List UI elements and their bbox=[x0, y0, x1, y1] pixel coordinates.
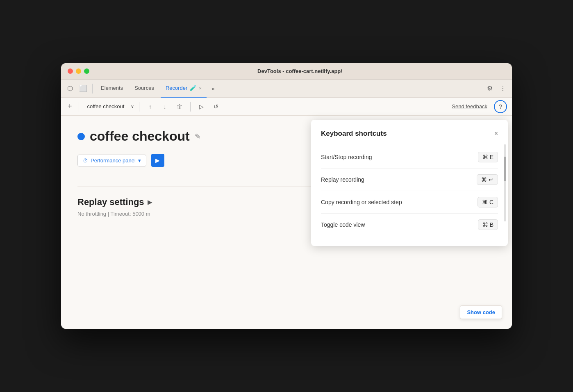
popup-scrollbar-thumb bbox=[504, 157, 506, 181]
tab-sources[interactable]: Sources bbox=[130, 80, 159, 98]
add-recording-button[interactable]: + bbox=[66, 102, 74, 111]
shortcut-row-1: Start/Stop recording ⌘ E bbox=[321, 146, 498, 169]
shortcut-label-2: Replay recording bbox=[321, 176, 364, 183]
shortcut-key-4: ⌘ B bbox=[478, 219, 498, 230]
more-tabs-button[interactable]: » bbox=[208, 84, 218, 93]
undo-button[interactable]: ↺ bbox=[210, 101, 222, 112]
blue-replay-icon: ▶ bbox=[155, 157, 160, 164]
shortcut-key-3: ⌘ C bbox=[478, 197, 498, 207]
settings-button[interactable]: ⚙ bbox=[484, 83, 496, 94]
recording-dropdown-button[interactable]: ∨ bbox=[131, 104, 134, 109]
recorder-icon: 🧪 bbox=[190, 85, 196, 91]
shortcut-row-3: Copy recording or selected step ⌘ C bbox=[321, 191, 498, 214]
more-options-button[interactable]: ⋮ bbox=[497, 83, 509, 94]
traffic-lights bbox=[68, 68, 89, 74]
import-button[interactable]: ↓ bbox=[159, 101, 171, 112]
perf-panel-dropdown-icon: ▾ bbox=[138, 157, 141, 164]
popup-title: Keyboard shortcuts bbox=[321, 130, 387, 138]
close-traffic-light[interactable] bbox=[68, 68, 73, 74]
tab-recorder[interactable]: Recorder 🧪 × bbox=[161, 80, 207, 98]
sub-toolbar-divider2 bbox=[139, 102, 139, 112]
main-content: coffee checkout ✎ ⏱ Performance panel ▾ … bbox=[61, 116, 512, 329]
edit-title-icon[interactable]: ✎ bbox=[195, 132, 201, 141]
perf-panel-icon: ⏱ bbox=[83, 157, 88, 164]
recording-title: coffee checkout bbox=[90, 129, 190, 144]
recording-name-label: coffee checkout bbox=[84, 103, 128, 110]
maximize-traffic-light[interactable] bbox=[84, 68, 89, 74]
export-button[interactable]: ↑ bbox=[144, 101, 156, 112]
device-icon[interactable]: ⬜ bbox=[77, 83, 89, 94]
tab-elements[interactable]: Elements bbox=[96, 80, 128, 98]
window-title: DevTools - coffee-cart.netlify.app/ bbox=[94, 68, 505, 74]
browser-window: DevTools - coffee-cart.netlify.app/ ⬡ ⬜ … bbox=[61, 63, 512, 329]
shortcut-row-4: Toggle code view ⌘ B bbox=[321, 214, 498, 236]
toolbar-divider bbox=[92, 84, 93, 93]
cursor-icon[interactable]: ⬡ bbox=[64, 83, 76, 94]
minimize-traffic-light[interactable] bbox=[76, 68, 81, 74]
shortcut-key-1: ⌘ E bbox=[478, 152, 498, 162]
popup-header: Keyboard shortcuts × bbox=[321, 130, 498, 138]
perf-panel-label: Performance panel bbox=[91, 157, 136, 164]
blue-replay-button[interactable]: ▶ bbox=[151, 154, 164, 167]
replay-settings-arrow: ▶ bbox=[148, 199, 152, 205]
shortcut-label-1: Start/Stop recording bbox=[321, 154, 372, 160]
shortcuts-popup: Keyboard shortcuts × Start/Stop recordin… bbox=[311, 120, 508, 246]
devtools-toolbar: ⬡ ⬜ Elements Sources Recorder 🧪 × » ⚙ ⋮ bbox=[61, 80, 512, 98]
popup-close-button[interactable]: × bbox=[494, 130, 498, 137]
shortcut-key-2: ⌘ ↵ bbox=[477, 174, 498, 185]
title-bar: DevTools - coffee-cart.netlify.app/ bbox=[61, 63, 512, 80]
recorder-toolbar: + coffee checkout ∨ ↑ ↓ 🗑 ▷ ↺ Send feedb… bbox=[61, 98, 512, 116]
tab-close-icon[interactable]: × bbox=[199, 86, 201, 91]
performance-panel-button[interactable]: ⏱ Performance panel ▾ bbox=[77, 155, 146, 166]
help-button[interactable]: ? bbox=[494, 100, 507, 113]
sub-toolbar-divider bbox=[79, 102, 79, 112]
recording-status-dot bbox=[77, 133, 85, 140]
sub-toolbar-divider3 bbox=[190, 102, 191, 112]
shortcut-row-2: Replay recording ⌘ ↵ bbox=[321, 169, 498, 191]
shortcut-label-4: Toggle code view bbox=[321, 221, 365, 228]
replay-button[interactable]: ▷ bbox=[196, 101, 207, 112]
shortcut-label-3: Copy recording or selected step bbox=[321, 199, 402, 205]
delete-button[interactable]: 🗑 bbox=[174, 101, 185, 112]
popup-scrollbar[interactable] bbox=[504, 144, 506, 221]
show-code-button[interactable]: Show code bbox=[460, 305, 502, 319]
send-feedback-link[interactable]: Send feedback bbox=[452, 103, 487, 109]
